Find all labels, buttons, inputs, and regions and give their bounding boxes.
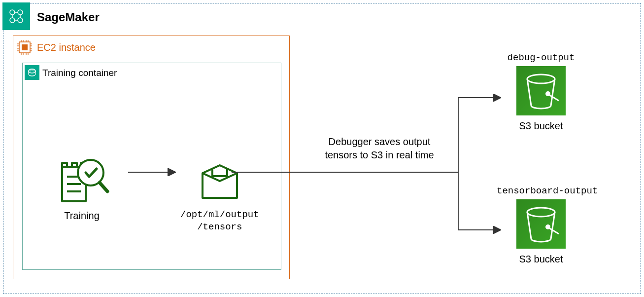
training-node: Training	[52, 152, 111, 222]
tensors-path-line2: /tensors	[180, 221, 259, 233]
svg-point-1	[18, 10, 23, 15]
svg-point-0	[10, 10, 15, 15]
tensorboard-output-bucket: tensorboard-output S3 bucket	[497, 186, 585, 265]
tensors-path-line1: /opt/ml/output	[180, 209, 259, 221]
bucket2-label: S3 bucket	[497, 254, 585, 265]
tensors-path: /opt/ml/output /tensors	[180, 209, 259, 233]
svg-rect-31	[72, 163, 77, 167]
svg-rect-30	[62, 163, 67, 167]
svg-point-3	[18, 18, 23, 23]
tensors-node: /opt/ml/output /tensors	[180, 159, 259, 233]
training-container-icon	[25, 65, 39, 80]
ec2-instance-box: EC2 instance Training container	[13, 36, 290, 279]
svg-line-37	[100, 183, 107, 191]
sagemaker-title: SageMaker	[37, 10, 100, 24]
ec2-icon	[16, 38, 34, 56]
training-label: Training	[52, 210, 111, 222]
s3-bucket-icon	[516, 199, 566, 249]
s3-bucket-icon	[516, 66, 566, 115]
bucket1-title: debug-output	[497, 52, 585, 63]
debug-output-bucket: debug-output S3 bucket	[497, 52, 585, 132]
ec2-title: EC2 instance	[37, 42, 96, 53]
flow-description: Debugger saves output tensors to S3 in r…	[315, 135, 443, 162]
training-container-title: Training container	[42, 68, 117, 78]
box-icon	[195, 159, 244, 204]
training-container-box: Training container Training	[22, 63, 281, 270]
sagemaker-icon	[2, 2, 30, 30]
bucket1-label: S3 bucket	[497, 120, 585, 132]
svg-rect-9	[22, 44, 28, 50]
training-icon	[52, 152, 111, 206]
svg-point-2	[10, 18, 15, 23]
bucket2-title: tensorboard-output	[497, 186, 585, 196]
